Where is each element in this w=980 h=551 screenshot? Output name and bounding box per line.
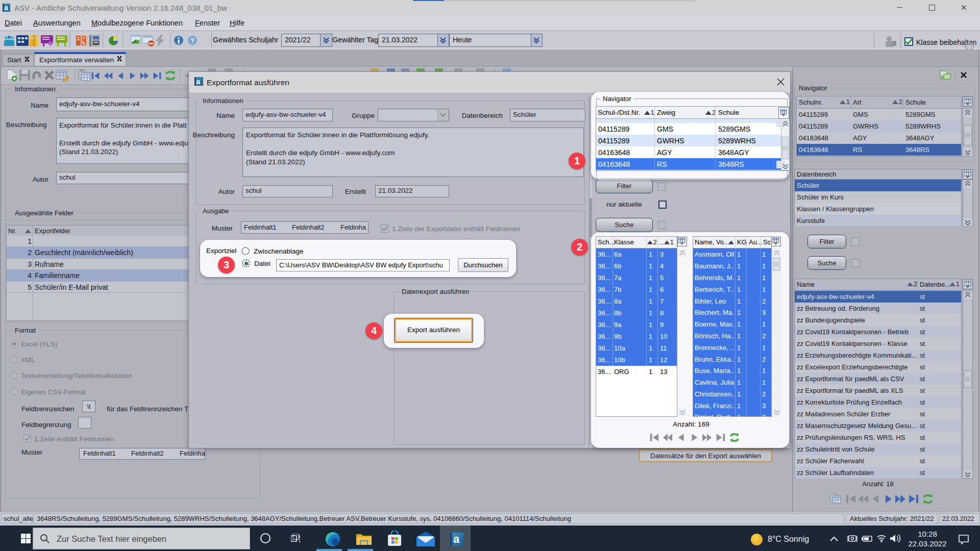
svg-text:?: ? xyxy=(190,37,194,44)
